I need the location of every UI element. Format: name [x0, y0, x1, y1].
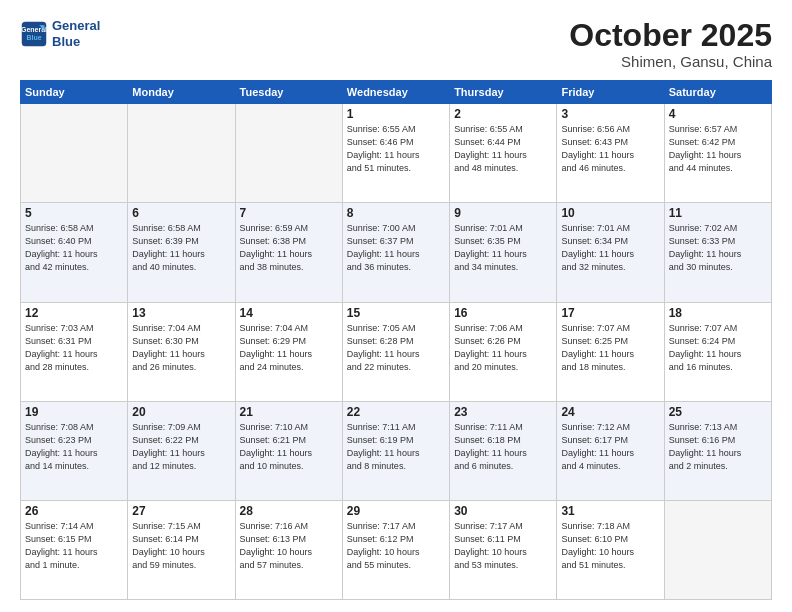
calendar-cell: 16Sunrise: 7:06 AM Sunset: 6:26 PM Dayli… [450, 302, 557, 401]
day-number: 1 [347, 107, 445, 121]
day-number: 20 [132, 405, 230, 419]
day-number: 6 [132, 206, 230, 220]
day-info: Sunrise: 7:10 AM Sunset: 6:21 PM Dayligh… [240, 421, 338, 473]
calendar-cell: 13Sunrise: 7:04 AM Sunset: 6:30 PM Dayli… [128, 302, 235, 401]
day-info: Sunrise: 6:55 AM Sunset: 6:46 PM Dayligh… [347, 123, 445, 175]
day-info: Sunrise: 7:09 AM Sunset: 6:22 PM Dayligh… [132, 421, 230, 473]
logo-text-blue: Blue [52, 34, 100, 50]
calendar-cell: 21Sunrise: 7:10 AM Sunset: 6:21 PM Dayli… [235, 401, 342, 500]
day-info: Sunrise: 7:03 AM Sunset: 6:31 PM Dayligh… [25, 322, 123, 374]
day-number: 12 [25, 306, 123, 320]
day-number: 16 [454, 306, 552, 320]
weekday-header-sunday: Sunday [21, 81, 128, 104]
day-info: Sunrise: 7:15 AM Sunset: 6:14 PM Dayligh… [132, 520, 230, 572]
calendar-cell [21, 104, 128, 203]
day-info: Sunrise: 7:04 AM Sunset: 6:30 PM Dayligh… [132, 322, 230, 374]
calendar-cell: 17Sunrise: 7:07 AM Sunset: 6:25 PM Dayli… [557, 302, 664, 401]
day-number: 23 [454, 405, 552, 419]
calendar-cell: 20Sunrise: 7:09 AM Sunset: 6:22 PM Dayli… [128, 401, 235, 500]
calendar-cell: 27Sunrise: 7:15 AM Sunset: 6:14 PM Dayli… [128, 500, 235, 599]
header: General Blue General Blue October 2025 S… [20, 18, 772, 70]
calendar-cell: 9Sunrise: 7:01 AM Sunset: 6:35 PM Daylig… [450, 203, 557, 302]
day-info: Sunrise: 7:18 AM Sunset: 6:10 PM Dayligh… [561, 520, 659, 572]
calendar-cell [664, 500, 771, 599]
calendar-cell: 10Sunrise: 7:01 AM Sunset: 6:34 PM Dayli… [557, 203, 664, 302]
day-number: 8 [347, 206, 445, 220]
day-number: 18 [669, 306, 767, 320]
day-number: 15 [347, 306, 445, 320]
day-info: Sunrise: 6:59 AM Sunset: 6:38 PM Dayligh… [240, 222, 338, 274]
weekday-header-saturday: Saturday [664, 81, 771, 104]
page: General Blue General Blue October 2025 S… [0, 0, 792, 612]
calendar-week-row: 19Sunrise: 7:08 AM Sunset: 6:23 PM Dayli… [21, 401, 772, 500]
day-number: 21 [240, 405, 338, 419]
day-info: Sunrise: 6:56 AM Sunset: 6:43 PM Dayligh… [561, 123, 659, 175]
day-number: 27 [132, 504, 230, 518]
day-number: 19 [25, 405, 123, 419]
logo-icon: General Blue [20, 20, 48, 48]
day-number: 14 [240, 306, 338, 320]
calendar-table: SundayMondayTuesdayWednesdayThursdayFrid… [20, 80, 772, 600]
day-number: 28 [240, 504, 338, 518]
day-number: 2 [454, 107, 552, 121]
day-info: Sunrise: 6:55 AM Sunset: 6:44 PM Dayligh… [454, 123, 552, 175]
calendar-cell: 26Sunrise: 7:14 AM Sunset: 6:15 PM Dayli… [21, 500, 128, 599]
svg-text:Blue: Blue [26, 34, 41, 41]
day-number: 17 [561, 306, 659, 320]
weekday-header-tuesday: Tuesday [235, 81, 342, 104]
calendar-cell: 28Sunrise: 7:16 AM Sunset: 6:13 PM Dayli… [235, 500, 342, 599]
calendar-week-row: 5Sunrise: 6:58 AM Sunset: 6:40 PM Daylig… [21, 203, 772, 302]
day-info: Sunrise: 7:14 AM Sunset: 6:15 PM Dayligh… [25, 520, 123, 572]
logo-text-general: General [52, 18, 100, 34]
calendar-cell: 11Sunrise: 7:02 AM Sunset: 6:33 PM Dayli… [664, 203, 771, 302]
calendar-cell: 1Sunrise: 6:55 AM Sunset: 6:46 PM Daylig… [342, 104, 449, 203]
calendar-cell: 5Sunrise: 6:58 AM Sunset: 6:40 PM Daylig… [21, 203, 128, 302]
day-info: Sunrise: 7:02 AM Sunset: 6:33 PM Dayligh… [669, 222, 767, 274]
weekday-header-thursday: Thursday [450, 81, 557, 104]
calendar-cell: 31Sunrise: 7:18 AM Sunset: 6:10 PM Dayli… [557, 500, 664, 599]
calendar-cell [128, 104, 235, 203]
calendar-week-row: 1Sunrise: 6:55 AM Sunset: 6:46 PM Daylig… [21, 104, 772, 203]
day-info: Sunrise: 7:12 AM Sunset: 6:17 PM Dayligh… [561, 421, 659, 473]
calendar-cell: 12Sunrise: 7:03 AM Sunset: 6:31 PM Dayli… [21, 302, 128, 401]
day-info: Sunrise: 7:00 AM Sunset: 6:37 PM Dayligh… [347, 222, 445, 274]
calendar-cell: 3Sunrise: 6:56 AM Sunset: 6:43 PM Daylig… [557, 104, 664, 203]
day-info: Sunrise: 7:01 AM Sunset: 6:34 PM Dayligh… [561, 222, 659, 274]
weekday-header-monday: Monday [128, 81, 235, 104]
calendar-cell: 22Sunrise: 7:11 AM Sunset: 6:19 PM Dayli… [342, 401, 449, 500]
calendar-cell [235, 104, 342, 203]
day-number: 29 [347, 504, 445, 518]
calendar-cell: 6Sunrise: 6:58 AM Sunset: 6:39 PM Daylig… [128, 203, 235, 302]
calendar-cell: 25Sunrise: 7:13 AM Sunset: 6:16 PM Dayli… [664, 401, 771, 500]
calendar-cell: 29Sunrise: 7:17 AM Sunset: 6:12 PM Dayli… [342, 500, 449, 599]
calendar-cell: 4Sunrise: 6:57 AM Sunset: 6:42 PM Daylig… [664, 104, 771, 203]
location: Shimen, Gansu, China [569, 53, 772, 70]
day-info: Sunrise: 6:57 AM Sunset: 6:42 PM Dayligh… [669, 123, 767, 175]
logo: General Blue General Blue [20, 18, 100, 49]
day-number: 10 [561, 206, 659, 220]
day-number: 4 [669, 107, 767, 121]
day-number: 24 [561, 405, 659, 419]
weekday-header-friday: Friday [557, 81, 664, 104]
day-info: Sunrise: 7:17 AM Sunset: 6:11 PM Dayligh… [454, 520, 552, 572]
day-info: Sunrise: 7:16 AM Sunset: 6:13 PM Dayligh… [240, 520, 338, 572]
calendar-cell: 24Sunrise: 7:12 AM Sunset: 6:17 PM Dayli… [557, 401, 664, 500]
day-info: Sunrise: 7:08 AM Sunset: 6:23 PM Dayligh… [25, 421, 123, 473]
calendar-cell: 7Sunrise: 6:59 AM Sunset: 6:38 PM Daylig… [235, 203, 342, 302]
day-info: Sunrise: 7:01 AM Sunset: 6:35 PM Dayligh… [454, 222, 552, 274]
calendar-week-row: 12Sunrise: 7:03 AM Sunset: 6:31 PM Dayli… [21, 302, 772, 401]
day-info: Sunrise: 7:11 AM Sunset: 6:19 PM Dayligh… [347, 421, 445, 473]
day-info: Sunrise: 7:05 AM Sunset: 6:28 PM Dayligh… [347, 322, 445, 374]
day-number: 9 [454, 206, 552, 220]
day-number: 7 [240, 206, 338, 220]
calendar-week-row: 26Sunrise: 7:14 AM Sunset: 6:15 PM Dayli… [21, 500, 772, 599]
day-number: 13 [132, 306, 230, 320]
day-info: Sunrise: 7:07 AM Sunset: 6:25 PM Dayligh… [561, 322, 659, 374]
day-info: Sunrise: 7:17 AM Sunset: 6:12 PM Dayligh… [347, 520, 445, 572]
calendar-cell: 15Sunrise: 7:05 AM Sunset: 6:28 PM Dayli… [342, 302, 449, 401]
day-info: Sunrise: 7:13 AM Sunset: 6:16 PM Dayligh… [669, 421, 767, 473]
calendar-cell: 14Sunrise: 7:04 AM Sunset: 6:29 PM Dayli… [235, 302, 342, 401]
title-block: October 2025 Shimen, Gansu, China [569, 18, 772, 70]
day-info: Sunrise: 7:07 AM Sunset: 6:24 PM Dayligh… [669, 322, 767, 374]
day-info: Sunrise: 7:06 AM Sunset: 6:26 PM Dayligh… [454, 322, 552, 374]
